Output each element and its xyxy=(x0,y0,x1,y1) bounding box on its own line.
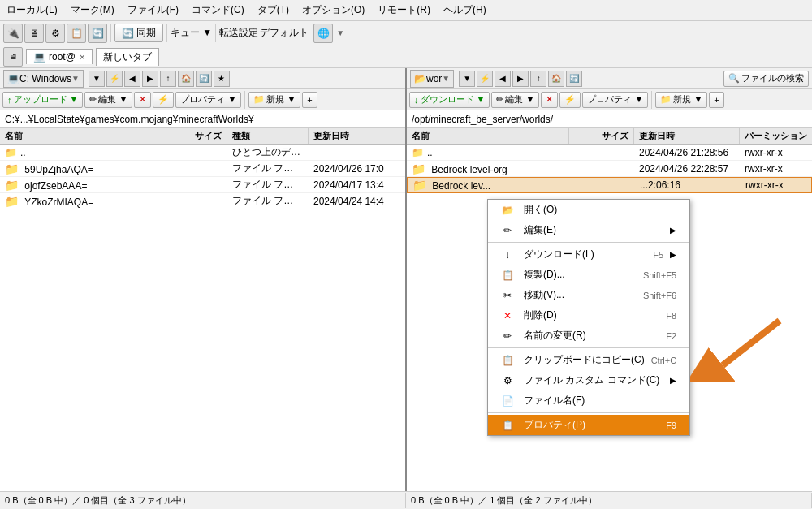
left-col-date[interactable]: 更新日時 xyxy=(309,128,405,144)
right-filter-btn[interactable]: ▼ xyxy=(459,71,475,87)
ctx-download-shortcut: F5 xyxy=(653,250,663,260)
table-row[interactable]: 📁 59UpZjhaAQA= ファイル フォルダー 2024/04/26 17:… xyxy=(0,161,405,177)
left-filter-btn[interactable]: ▼ xyxy=(89,71,105,87)
right-col-size[interactable]: サイズ xyxy=(569,128,634,144)
menu-local[interactable]: ローカル(L) xyxy=(3,2,61,19)
left-path-bar: C:¥...¥LocalState¥games¥com.mojang¥minec… xyxy=(0,110,405,128)
left-up-btn[interactable]: ↑ xyxy=(160,71,176,87)
menu-file[interactable]: ファイル(F) xyxy=(124,2,182,19)
ctx-move[interactable]: ✂ 移動(V)... Shift+F6 xyxy=(488,285,689,305)
ctx-filename-label: ファイル名(F) xyxy=(524,394,676,408)
ctx-download-arrow: ▶ xyxy=(670,250,676,259)
toolbar-icon-2[interactable]: 🖥 xyxy=(24,24,44,43)
table-row[interactable]: 📁.. 2024/04/26 21:28:56 rwxr-xr-x xyxy=(407,145,812,161)
menu-mark[interactable]: マーク(M) xyxy=(67,2,118,19)
left-pane: 💻 C: Windows ▼ ▼ ⚡ ◀ ▶ ↑ 🏠 🔄 ★ ↑ アップロード … xyxy=(0,68,407,491)
right-forward-btn[interactable]: ▶ xyxy=(512,71,529,87)
menu-command[interactable]: コマンド(C) xyxy=(188,2,248,19)
right-back-btn[interactable]: ◀ xyxy=(495,71,511,87)
file-date: 2024/04/26 21:28:56 xyxy=(634,146,740,159)
table-row[interactable]: 📁.. ひとつ上のディレクトリ xyxy=(0,145,405,161)
sync-button[interactable]: 🔄 同期 xyxy=(114,24,163,42)
menu-option[interactable]: オプション(O) xyxy=(299,2,368,19)
right-delete-btn[interactable]: ✕ xyxy=(541,92,558,108)
ctx-properties[interactable]: 📋 プロパティ(P) F9 xyxy=(488,415,689,435)
left-filter2-btn[interactable]: ⚡ xyxy=(106,71,123,87)
ctx-edit[interactable]: ✏ 編集(E) ▶ xyxy=(488,220,689,240)
toolbar-icon-4[interactable]: 📋 xyxy=(67,24,86,43)
right-up-btn[interactable]: ↑ xyxy=(530,71,546,87)
left-refresh-btn[interactable]: 🔄 xyxy=(196,71,212,87)
ctx-download[interactable]: ↓ ダウンロード(L) F5 ▶ xyxy=(488,244,689,265)
ctx-open[interactable]: 📂 開く(O) xyxy=(488,200,689,220)
new-tab[interactable]: 新しいタブ xyxy=(96,48,159,66)
upload-label: アップロード ▼ xyxy=(14,93,79,106)
left-tools-btn[interactable]: ⚡ xyxy=(153,92,174,108)
connect-icon[interactable]: 🔌 xyxy=(3,24,23,43)
new-tab-icon[interactable]: 🖥 xyxy=(3,47,23,67)
left-new-btn[interactable]: 📁 新規 ▼ xyxy=(248,92,300,108)
left-bookmark-btn[interactable]: ★ xyxy=(214,71,230,87)
table-row[interactable]: 📁 ojofZsebAAA= ファイル フォルダー 2024/04/17 13:… xyxy=(0,177,405,193)
toolbar-icon-3[interactable]: ⚙ xyxy=(45,24,65,43)
edit-label: 編集 ▼ xyxy=(98,93,127,106)
menu-tab[interactable]: タブ(T) xyxy=(254,2,292,19)
left-col-name[interactable]: 名前 xyxy=(0,128,162,144)
table-row[interactable]: 📁 Bedrock level-org 2024/04/26 22:28:57 … xyxy=(407,161,812,177)
right-col-date[interactable]: 更新日時 xyxy=(634,128,740,144)
plus-icon: + xyxy=(714,95,719,105)
right-filter2-btn[interactable]: ⚡ xyxy=(477,71,493,87)
properties-label: プロパティ ▼ xyxy=(180,93,236,106)
left-plus-btn[interactable]: + xyxy=(302,92,317,108)
file-size xyxy=(162,152,227,153)
plus-icon: + xyxy=(307,95,312,105)
menu-help[interactable]: ヘルプ(H) xyxy=(440,2,490,19)
right-new-btn[interactable]: 📁 新規 ▼ xyxy=(655,92,707,108)
file-perm: rwxr-xr-x xyxy=(741,179,812,192)
ctx-clipboard[interactable]: 📋 クリップボードにコピー(C) Ctrl+C xyxy=(488,350,689,370)
tab-close[interactable]: ✕ xyxy=(79,53,85,62)
left-back-btn[interactable]: ◀ xyxy=(124,71,140,87)
left-edit-btn[interactable]: ✏ 編集 ▼ xyxy=(84,92,132,108)
left-upload-btn[interactable]: ↑ アップロード ▼ xyxy=(2,92,83,108)
new-icon: 📁 xyxy=(660,94,672,105)
left-home-btn[interactable]: 🏠 xyxy=(178,71,194,87)
right-plus-btn[interactable]: + xyxy=(709,92,723,108)
right-properties-btn[interactable]: プロパティ ▼ xyxy=(582,92,648,108)
right-edit-btn[interactable]: ✏ 編集 ▼ xyxy=(491,92,539,108)
right-drive-selector[interactable]: 📂 wor ▼ xyxy=(410,70,454,88)
folder-icon: 📁 xyxy=(412,162,425,175)
file-type: ファイル フォルダー xyxy=(227,161,309,176)
table-row-selected[interactable]: 📁 Bedrock lev... ...2:06:16 rwxr-xr-x xyxy=(407,177,812,193)
right-col-name[interactable]: 名前 xyxy=(407,128,569,144)
file-name: 📁 YZkoZrMIAQA= xyxy=(0,194,162,209)
ctx-copy[interactable]: 📋 複製(D)... Shift+F5 xyxy=(488,265,689,285)
ctx-delete[interactable]: ✕ 削除(D) F8 xyxy=(488,305,689,326)
left-forward-btn[interactable]: ▶ xyxy=(142,71,158,87)
ctx-filename[interactable]: 📄 ファイル名(F) xyxy=(488,390,689,411)
ctx-custom[interactable]: ⚙ ファイル カスタム コマンド(C) ▶ xyxy=(488,370,689,390)
left-col-size[interactable]: サイズ xyxy=(162,128,227,144)
right-home-btn[interactable]: 🏠 xyxy=(548,71,564,87)
table-row[interactable]: 📁 YZkoZrMIAQA= ファイル フォルダー 2024/04/24 14:… xyxy=(0,193,405,209)
ctx-rename[interactable]: ✏ 名前の変更(R) F2 xyxy=(488,326,689,346)
edit-icon: ✏ xyxy=(89,94,97,105)
left-delete-btn[interactable]: ✕ xyxy=(134,92,151,108)
right-drive-label: wor xyxy=(426,73,442,84)
right-refresh-btn[interactable]: 🔄 xyxy=(566,71,582,87)
left-properties-btn[interactable]: プロパティ ▼ xyxy=(175,92,241,108)
right-tools-btn[interactable]: ⚡ xyxy=(559,92,581,108)
menu-remote[interactable]: リモート(R) xyxy=(374,2,434,19)
right-download-btn[interactable]: ↓ ダウンロード ▼ xyxy=(409,92,490,108)
properties-label: プロパティ ▼ xyxy=(587,93,643,106)
left-col-type[interactable]: 種類 xyxy=(227,128,309,144)
toolbar-icon-5[interactable]: 🔄 xyxy=(88,24,107,43)
up-icon: 📁 xyxy=(412,147,424,158)
ctx-edit-icon: ✏ xyxy=(501,225,514,236)
root-tab[interactable]: 💻 root@ ✕ xyxy=(26,49,93,64)
right-col-perm[interactable]: パーミッション xyxy=(740,128,812,144)
right-search-btn[interactable]: 🔍 ファイルの検索 xyxy=(723,71,809,87)
left-file-list[interactable]: 名前 サイズ 種類 更新日時 📁.. ひとつ上のディレクトリ 📁 xyxy=(0,128,405,491)
refresh-icon[interactable]: 🌐 xyxy=(313,24,333,43)
left-drive-selector[interactable]: 💻 C: Windows ▼ xyxy=(3,70,84,88)
